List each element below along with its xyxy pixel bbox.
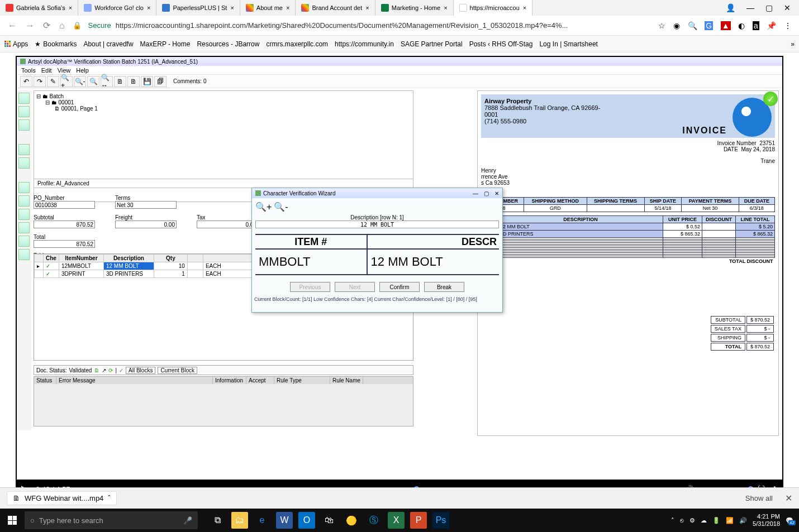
bookmark-item[interactable]: Resources - JBarrow [197, 40, 259, 48]
comments-label[interactable]: Comments: 0 [173, 78, 206, 84]
export-button[interactable]: 🗎 [127, 76, 140, 87]
strip-button[interactable] [18, 182, 30, 193]
maximize-button[interactable]: ▢ [765, 3, 773, 12]
forward-button[interactable]: → [26, 21, 35, 30]
zoom-in-button[interactable]: 🔍+ [60, 76, 73, 87]
export-button[interactable]: 🗎 [114, 76, 126, 87]
browser-tab[interactable]: Brand Account det× [296, 0, 375, 16]
ext-icon[interactable]: ◐ [738, 21, 745, 30]
tax-input[interactable] [197, 221, 258, 228]
browser-tab[interactable]: Marketing - Home× [375, 0, 454, 16]
ext-icon[interactable]: 📌 [767, 21, 776, 30]
document-preview[interactable]: Airway Property 7888 Saddlebush Trail Or… [477, 90, 779, 436]
tray-icon[interactable]: ⚙ [689, 517, 695, 524]
photoshop-icon[interactable]: Ps [432, 512, 449, 529]
bookmark-item[interactable]: MaxERP - Home [140, 40, 191, 48]
strip-button[interactable] [18, 249, 30, 260]
store-icon[interactable]: 🛍 [321, 512, 337, 529]
po-number-input[interactable] [34, 201, 95, 209]
undo-button[interactable]: ↶ [20, 76, 32, 87]
reload-button[interactable]: ⟳ [43, 21, 50, 30]
wizard-confirm-button[interactable]: Confirm [379, 282, 420, 292]
download-item[interactable]: 🗎 WFG Webinar wit....mp4 ˆ [7, 491, 117, 505]
excel-icon[interactable]: X [388, 512, 405, 529]
all-blocks-button[interactable]: All Blocks [126, 367, 155, 374]
tray-chevron[interactable]: ˄ [671, 517, 674, 524]
ext-icon[interactable]: G [705, 21, 713, 30]
wizard-close[interactable]: ✕ [494, 190, 499, 196]
ext-icon[interactable]: a [753, 21, 759, 30]
save-button[interactable]: 💾 [141, 76, 153, 87]
close-button[interactable]: ✕ [784, 3, 791, 12]
wizard-text-input[interactable] [255, 221, 499, 228]
tool-button[interactable]: ✎ [47, 76, 59, 87]
powerpoint-icon[interactable]: P [410, 512, 427, 529]
error-grid[interactable]: Status Error Message Information Accept … [34, 376, 413, 426]
bookmarks-overflow[interactable]: » [791, 40, 795, 48]
wizard-zoom-in[interactable]: 🔍+ [255, 202, 272, 212]
close-downloads-bar[interactable]: ✕ [785, 493, 792, 504]
back-button[interactable]: ← [8, 21, 17, 30]
bookmark-item[interactable]: crmrs.maxerpllc.com [266, 40, 328, 48]
wizard-maximize[interactable]: ▢ [484, 190, 489, 196]
strip-button[interactable] [18, 157, 30, 169]
show-all-downloads[interactable]: Show all [740, 492, 778, 505]
strip-button[interactable] [18, 106, 30, 117]
wizard-zoom-out[interactable]: 🔍- [274, 202, 288, 212]
strip-button[interactable] [18, 144, 30, 155]
ext-icon[interactable]: 🔍 [688, 21, 697, 30]
strip-button[interactable] [18, 236, 30, 247]
strip-button[interactable] [18, 119, 30, 131]
freight-input[interactable] [115, 221, 177, 228]
chevron-up-icon[interactable]: ˆ [108, 494, 110, 502]
minimize-button[interactable]: — [746, 3, 754, 12]
star-icon[interactable]: ☆ [658, 21, 665, 30]
home-button[interactable]: ⌂ [59, 21, 65, 30]
wizard-break-button[interactable]: Break [424, 282, 464, 292]
zoom-button[interactable]: 🔍 [87, 76, 99, 87]
zoom-out-button[interactable]: 🔍- [74, 76, 86, 87]
account-icon[interactable]: 👤 [726, 3, 735, 12]
menu-help[interactable]: Help [76, 67, 89, 74]
file-explorer-icon[interactable]: 🗂 [231, 512, 248, 529]
strip-button[interactable] [18, 222, 30, 233]
redo-button[interactable]: ↷ [34, 76, 46, 87]
taskbar-search[interactable]: ○Type here to search🎤 [25, 511, 198, 529]
browser-tab[interactable]: Gabriela & Sofia's× [0, 0, 78, 16]
url-input[interactable]: https://microaccounting1.sharepoint.com/… [116, 21, 651, 30]
subtotal-input[interactable] [34, 221, 95, 228]
task-view-button[interactable]: ⧉ [209, 512, 226, 529]
edge-icon[interactable]: e [254, 512, 270, 529]
tray-volume-icon[interactable]: 🔊 [739, 517, 747, 524]
browser-tab[interactable]: Workforce Go! clo× [78, 0, 156, 16]
browser-tab[interactable]: About me× [240, 0, 296, 16]
ext-icon[interactable]: ◉ [673, 21, 680, 30]
ext-icon[interactable]: ▲ [721, 21, 731, 30]
wizard-next-button[interactable]: Next [335, 282, 375, 292]
tray-battery-icon[interactable]: 🔋 [712, 517, 720, 524]
tray-wifi-icon[interactable]: 📶 [726, 517, 734, 524]
word-icon[interactable]: W [276, 512, 293, 529]
outlook-icon[interactable]: O [298, 512, 315, 529]
menu-view[interactable]: View [58, 67, 71, 74]
wizard-minimize[interactable]: — [473, 190, 478, 196]
skype-icon[interactable]: Ⓢ [365, 512, 382, 529]
strip-button[interactable] [18, 195, 30, 207]
menu-edit[interactable]: Edit [41, 67, 52, 74]
bookmark-item[interactable]: https://community.in [335, 40, 394, 48]
action-center-icon[interactable]: 💬42 [786, 517, 793, 524]
zoom-fit-button[interactable]: 🔍↔ [101, 76, 113, 87]
tray-cloud-icon[interactable]: ☁ [701, 517, 707, 524]
current-block-button[interactable]: Current Block [158, 367, 197, 374]
tray-icon[interactable]: ⎋ [680, 517, 684, 524]
apps-button[interactable]: Apps [4, 40, 28, 48]
doc-button[interactable]: 🗐 [154, 76, 167, 87]
bookmark-item[interactable]: About | cravedfw [83, 40, 133, 48]
browser-tab[interactable]: https://microaccou× [454, 0, 533, 16]
mic-icon[interactable]: 🎤 [183, 516, 192, 525]
taskbar-clock[interactable]: 4:21 PM 5/31/2018 [753, 513, 780, 528]
total-input[interactable] [34, 240, 95, 248]
wizard-previous-button[interactable]: Previous [290, 282, 330, 292]
start-button[interactable] [0, 509, 25, 532]
strip-button[interactable] [18, 209, 30, 220]
